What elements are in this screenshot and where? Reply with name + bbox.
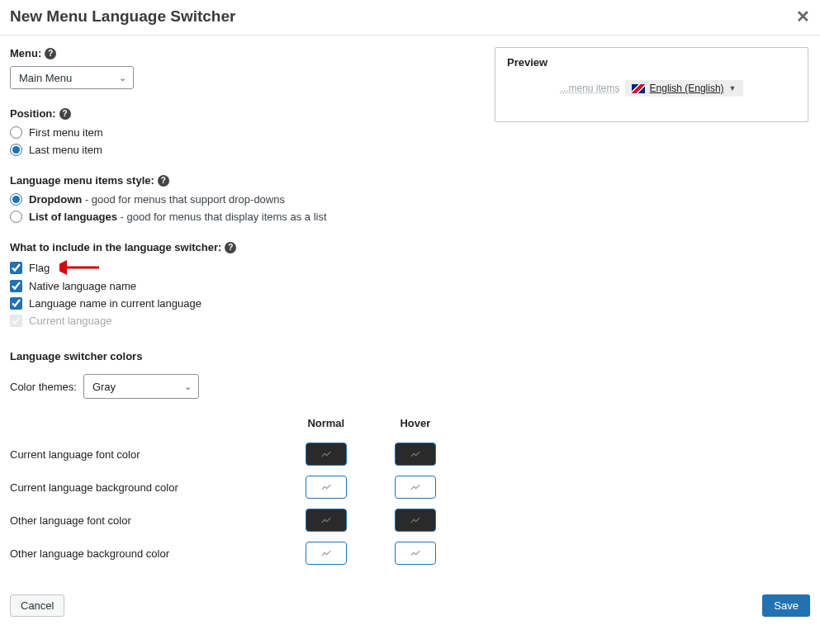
colors-heading: Language switcher colors xyxy=(10,350,472,362)
swatch-current-font-hover[interactable] xyxy=(395,443,436,466)
modal-title: New Menu Language Switcher xyxy=(10,7,235,26)
swatch-other-bg-normal[interactable] xyxy=(306,542,347,565)
menu-select[interactable]: Main Menu ⌄ xyxy=(10,66,134,89)
arrow-annotation-icon xyxy=(59,260,101,275)
flag-icon xyxy=(632,84,645,93)
row-current-bg: Current language background color xyxy=(10,471,294,504)
include-flag-label[interactable]: Flag xyxy=(29,262,50,274)
chevron-down-icon: ⌄ xyxy=(119,73,126,83)
position-label: Position: xyxy=(10,107,56,120)
col-hover-header: Hover xyxy=(383,414,472,438)
help-icon[interactable]: ? xyxy=(45,48,56,59)
preview-panel: Preview ...menu items English (English) … xyxy=(495,47,808,122)
help-icon[interactable]: ? xyxy=(158,175,169,187)
swatch-other-bg-hover[interactable] xyxy=(395,542,436,565)
position-first-radio[interactable] xyxy=(10,126,22,139)
include-currentlang-checkbox xyxy=(10,315,22,327)
style-list-desc: - good for menus that display items as a… xyxy=(117,211,327,223)
style-dropdown-radio[interactable] xyxy=(10,193,22,206)
menu-label: Menu: xyxy=(10,47,41,59)
style-list-name: List of languages xyxy=(29,211,117,223)
row-current-font: Current language font color xyxy=(10,438,294,471)
position-last-label[interactable]: Last menu item xyxy=(29,144,102,156)
position-last-radio[interactable] xyxy=(10,144,22,156)
swatch-current-bg-normal[interactable] xyxy=(306,476,347,499)
include-native-label[interactable]: Native language name xyxy=(29,280,136,292)
style-list-label[interactable]: List of languages - good for menus that … xyxy=(29,211,327,223)
include-native-checkbox[interactable] xyxy=(10,280,22,292)
include-flag-checkbox[interactable] xyxy=(10,262,22,274)
style-dropdown-desc: - good for menus that support drop-downs xyxy=(82,193,285,206)
chevron-down-icon: ▼ xyxy=(729,84,737,92)
swatch-current-font-normal[interactable] xyxy=(306,443,347,466)
preview-title: Preview xyxy=(507,56,796,69)
preview-language-dropdown[interactable]: English (English) ▼ xyxy=(625,80,743,97)
swatch-other-font-normal[interactable] xyxy=(306,509,347,532)
preview-menu-items-placeholder: ...menu items xyxy=(561,83,620,94)
help-icon[interactable]: ? xyxy=(225,242,236,253)
chevron-down-icon: ⌄ xyxy=(184,381,192,392)
style-dropdown-name: Dropdown xyxy=(29,193,82,206)
swatch-current-bg-hover[interactable] xyxy=(395,476,436,499)
help-icon[interactable]: ? xyxy=(59,108,71,120)
cancel-button[interactable]: Cancel xyxy=(10,594,64,617)
include-currentname-checkbox[interactable] xyxy=(10,297,22,310)
color-table: Normal Hover Current language font color… xyxy=(10,414,472,570)
preview-language-text: English (English) xyxy=(650,83,724,94)
row-other-font: Other language font color xyxy=(10,504,294,537)
include-label: What to include in the language switcher… xyxy=(10,241,221,253)
col-normal-header: Normal xyxy=(294,414,383,438)
save-button[interactable]: Save xyxy=(762,594,810,617)
color-theme-label: Color themes: xyxy=(10,381,77,393)
style-list-radio[interactable] xyxy=(10,211,22,223)
menu-select-value: Main Menu xyxy=(19,72,72,84)
color-theme-value: Gray xyxy=(92,381,116,393)
color-theme-select[interactable]: Gray ⌄ xyxy=(83,374,199,399)
include-currentname-label[interactable]: Language name in current language xyxy=(29,297,201,310)
swatch-other-font-hover[interactable] xyxy=(395,509,436,532)
include-currentlang-label: Current language xyxy=(29,315,111,327)
close-icon[interactable]: ✕ xyxy=(796,7,810,26)
row-other-bg: Other language background color xyxy=(10,537,294,570)
style-label: Language menu items style: xyxy=(10,174,154,187)
style-dropdown-label[interactable]: Dropdown - good for menus that support d… xyxy=(29,193,285,206)
position-first-label[interactable]: First menu item xyxy=(29,126,103,139)
